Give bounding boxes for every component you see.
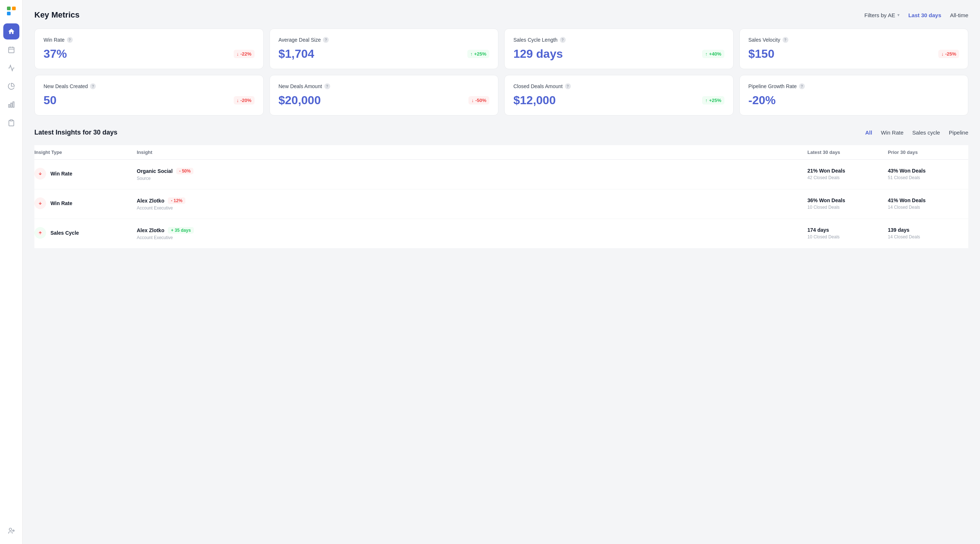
metric-value-row: 129 days ↑ +40% [514,47,724,61]
metric-card-new-deals-amount: New Deals Amount ? $20,000 ↓ -50% [269,75,499,116]
sidebar-item-chart-line[interactable] [3,60,19,76]
metric-card-closed-deals: Closed Deals Amount ? $12,000 ↑ +25% [504,75,733,116]
svg-rect-9 [13,102,14,108]
svg-point-11 [9,528,12,531]
help-icon[interactable]: ? [560,37,566,43]
help-icon[interactable]: ? [565,83,571,89]
help-icon[interactable]: ? [799,83,805,89]
insight-name: Alex Zlotko [137,227,164,233]
metric-card-new-deals-created: New Deals Created ? 50 ↓ -20% [34,75,264,116]
metric-value: 50 [43,94,57,107]
metric-card-avg-deal-size: Average Deal Size ? $1,704 ↑ +25% [269,29,499,69]
filter-btn-pipeline[interactable]: Pipeline [949,129,968,136]
metrics-grid-row1: Win Rate ? 37% ↓ -22% Average Deal Size … [34,29,968,69]
table-row: Sales Cycle Alex Zlotko + 35 days Accoun… [34,219,968,248]
filters-by-ae[interactable]: Filters by AE ▾ [864,12,900,18]
insight-cell: Alex Zlotko - 12% Account Executive [137,197,807,211]
insight-sub: Source [137,176,807,181]
change-value: -22% [240,51,251,57]
insights-header: Latest Insights for 30 days All Win Rate… [34,129,968,136]
metric-value-row: $12,000 ↑ +25% [514,94,724,107]
prior-sub: 51 Closed Deals [888,175,968,180]
help-icon[interactable]: ? [783,37,788,43]
insights-table: Insight Type Insight Latest 30 days Prio… [34,145,968,248]
table-row: Win Rate Organic Social - 50% Source 21%… [34,160,968,189]
metric-value: $150 [749,47,775,61]
arrow-down-icon: ↓ [237,98,239,103]
latest-30-cell: 174 days 10 Closed Deals [807,227,888,239]
metric-value-row: $150 ↓ -25% [749,47,959,61]
latest-30-cell: 21% Won Deals 42 Closed Deals [807,168,888,180]
insight-type-icon-down [34,197,46,209]
prior-main: 139 days [888,227,968,233]
metric-value-row: -20% [749,94,959,107]
insight-name-row: Alex Zlotko - 12% [137,197,807,204]
help-icon[interactable]: ? [67,37,73,43]
metric-card-header: New Deals Created ? [43,83,255,89]
sidebar-item-home[interactable] [3,24,19,40]
metric-value: 37% [43,47,67,61]
header-controls: Filters by AE ▾ Last 30 days All-time [864,12,968,18]
latest-main: 21% Won Deals [807,168,888,173]
prior-main: 43% Won Deals [888,168,968,173]
prior-30-cell: 41% Won Deals 14 Closed Deals [888,197,968,210]
time-filter-all-time[interactable]: All-time [950,12,968,18]
insight-type-cell: Win Rate [34,197,137,209]
latest-main: 174 days [807,227,888,233]
arrow-up-icon: ↑ [470,51,473,57]
metric-value-row: $1,704 ↑ +25% [278,47,490,61]
sidebar-item-pie-chart[interactable] [3,78,19,94]
filter-btn-win-rate[interactable]: Win Rate [881,129,904,136]
insight-badge: - 50% [176,168,193,174]
arrow-up-icon: ↑ [705,51,708,57]
metric-value: $12,000 [514,94,556,107]
insight-type-cell: Sales Cycle [34,227,137,239]
filter-btn-all[interactable]: All [865,129,872,136]
insight-sub: Account Executive [137,235,807,240]
change-value: +25% [474,51,486,57]
change-value: -25% [945,51,956,57]
metric-label: Win Rate [43,37,65,43]
metric-card-header: Sales Velocity ? [749,37,959,43]
arrow-up-icon: ↑ [705,98,708,103]
metric-card-header: Average Deal Size ? [278,37,490,43]
metric-card-sales-cycle: Sales Cycle Length ? 129 days ↑ +40% [504,29,733,69]
insight-cell: Organic Social - 50% Source [137,168,807,181]
help-icon[interactable]: ? [325,83,330,89]
metric-change: ↑ +40% [702,50,724,58]
arrow-down-icon: ↓ [471,98,474,103]
page-title: Key Metrics [34,10,80,20]
prior-30-cell: 139 days 14 Closed Deals [888,227,968,239]
help-icon[interactable]: ? [90,83,96,89]
latest-sub: 10 Closed Deals [807,205,888,210]
svg-rect-10 [10,120,13,121]
metric-card-win-rate: Win Rate ? 37% ↓ -22% [34,29,264,69]
filter-btn-sales-cycle[interactable]: Sales cycle [912,129,940,136]
sidebar-item-calendar[interactable] [3,42,19,58]
latest-sub: 10 Closed Deals [807,234,888,239]
metric-change: ↓ -25% [938,50,959,58]
sidebar [0,0,23,544]
svg-rect-8 [11,103,12,108]
insight-sub: Account Executive [137,205,807,211]
page-header: Key Metrics Filters by AE ▾ Last 30 days… [34,10,968,20]
metric-value: -20% [749,94,776,107]
col-insight: Insight [137,150,807,155]
metric-value: $20,000 [278,94,321,107]
sidebar-item-bar-chart[interactable] [3,97,19,113]
metric-value: $1,704 [278,47,315,61]
metric-label: New Deals Amount [278,83,322,89]
metric-label: Average Deal Size [278,37,321,43]
insight-type-label: Sales Cycle [51,230,79,236]
help-icon[interactable]: ? [323,37,329,43]
time-filter-last-30[interactable]: Last 30 days [908,12,941,18]
insights-filter-buttons: All Win Rate Sales cycle Pipeline [865,129,968,136]
prior-main: 41% Won Deals [888,197,968,203]
metrics-grid-row2: New Deals Created ? 50 ↓ -20% New Deals … [34,75,968,116]
sidebar-item-clipboard[interactable] [3,115,19,131]
table-header-row: Insight Type Insight Latest 30 days Prio… [34,145,968,160]
metric-value-row: 37% ↓ -22% [43,47,255,61]
svg-rect-2 [7,12,11,15]
sidebar-item-settings[interactable] [3,523,19,539]
metric-card-header: Pipeline Growth Rate ? [749,83,959,89]
